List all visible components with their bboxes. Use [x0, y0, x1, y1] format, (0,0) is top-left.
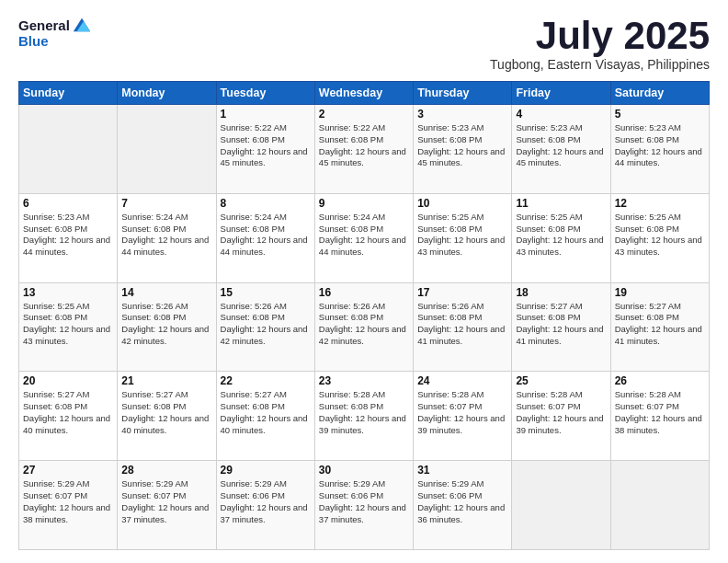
- day-number: 14: [121, 286, 211, 299]
- calendar-row: 1Sunrise: 5:22 AM Sunset: 6:08 PM Daylig…: [19, 105, 710, 194]
- day-info: Sunrise: 5:28 AM Sunset: 6:07 PM Dayligh…: [417, 389, 507, 436]
- day-number: 6: [23, 197, 113, 210]
- table-row: 6Sunrise: 5:23 AM Sunset: 6:08 PM Daylig…: [19, 193, 118, 282]
- day-number: 18: [516, 286, 606, 299]
- col-thursday: Thursday: [414, 82, 512, 105]
- day-number: 23: [319, 374, 409, 387]
- table-row: [118, 105, 216, 194]
- logo: General Blue: [18, 17, 92, 49]
- day-number: 9: [319, 197, 409, 210]
- page: General Blue July 2025 Tugbong, Eastern …: [0, 0, 728, 563]
- day-number: 5: [615, 108, 705, 121]
- calendar-header-row: Sunday Monday Tuesday Wednesday Thursday…: [19, 82, 710, 105]
- location: Tugbong, Eastern Visayas, Philippines: [490, 57, 710, 72]
- table-row: 22Sunrise: 5:27 AM Sunset: 6:08 PM Dayli…: [216, 372, 314, 461]
- table-row: 31Sunrise: 5:29 AM Sunset: 6:06 PM Dayli…: [414, 461, 512, 550]
- day-info: Sunrise: 5:24 AM Sunset: 6:08 PM Dayligh…: [319, 212, 409, 259]
- day-info: Sunrise: 5:28 AM Sunset: 6:07 PM Dayligh…: [615, 389, 705, 436]
- table-row: 10Sunrise: 5:25 AM Sunset: 6:08 PM Dayli…: [414, 193, 512, 282]
- day-number: 8: [221, 197, 311, 210]
- table-row: 18Sunrise: 5:27 AM Sunset: 6:08 PM Dayli…: [512, 282, 610, 372]
- day-number: 30: [319, 464, 409, 477]
- day-info: Sunrise: 5:27 AM Sunset: 6:08 PM Dayligh…: [516, 301, 606, 348]
- day-number: 21: [121, 374, 211, 387]
- day-info: Sunrise: 5:29 AM Sunset: 6:06 PM Dayligh…: [417, 478, 507, 525]
- table-row: 27Sunrise: 5:29 AM Sunset: 6:07 PM Dayli…: [19, 461, 118, 550]
- header: General Blue July 2025 Tugbong, Eastern …: [18, 17, 710, 72]
- day-number: 25: [516, 374, 606, 387]
- day-number: 11: [516, 197, 606, 210]
- table-row: 17Sunrise: 5:26 AM Sunset: 6:08 PM Dayli…: [414, 282, 512, 372]
- day-info: Sunrise: 5:25 AM Sunset: 6:08 PM Dayligh…: [516, 212, 606, 259]
- col-friday: Friday: [512, 82, 610, 105]
- day-number: 3: [417, 108, 507, 121]
- col-monday: Monday: [118, 82, 216, 105]
- table-row: 21Sunrise: 5:27 AM Sunset: 6:08 PM Dayli…: [118, 372, 216, 461]
- day-number: 17: [417, 286, 507, 299]
- day-info: Sunrise: 5:29 AM Sunset: 6:06 PM Dayligh…: [221, 478, 311, 525]
- table-row: [19, 105, 118, 194]
- day-info: Sunrise: 5:26 AM Sunset: 6:08 PM Dayligh…: [221, 301, 311, 348]
- table-row: 15Sunrise: 5:26 AM Sunset: 6:08 PM Dayli…: [216, 282, 314, 372]
- table-row: 23Sunrise: 5:28 AM Sunset: 6:08 PM Dayli…: [314, 372, 413, 461]
- table-row: 5Sunrise: 5:23 AM Sunset: 6:08 PM Daylig…: [610, 105, 709, 194]
- calendar-row: 20Sunrise: 5:27 AM Sunset: 6:08 PM Dayli…: [19, 372, 710, 461]
- table-row: [610, 461, 709, 550]
- day-info: Sunrise: 5:26 AM Sunset: 6:08 PM Dayligh…: [121, 301, 211, 348]
- day-number: 20: [23, 374, 113, 387]
- day-number: 12: [615, 197, 705, 210]
- table-row: 20Sunrise: 5:27 AM Sunset: 6:08 PM Dayli…: [19, 372, 118, 461]
- day-number: 1: [221, 108, 311, 121]
- table-row: 2Sunrise: 5:22 AM Sunset: 6:08 PM Daylig…: [314, 105, 413, 194]
- table-row: 28Sunrise: 5:29 AM Sunset: 6:07 PM Dayli…: [118, 461, 216, 550]
- day-info: Sunrise: 5:29 AM Sunset: 6:06 PM Dayligh…: [319, 478, 409, 525]
- table-row: 16Sunrise: 5:26 AM Sunset: 6:08 PM Dayli…: [314, 282, 413, 372]
- day-info: Sunrise: 5:22 AM Sunset: 6:08 PM Dayligh…: [221, 122, 311, 169]
- table-row: 24Sunrise: 5:28 AM Sunset: 6:07 PM Dayli…: [414, 372, 512, 461]
- day-info: Sunrise: 5:27 AM Sunset: 6:08 PM Dayligh…: [121, 389, 211, 436]
- day-info: Sunrise: 5:25 AM Sunset: 6:08 PM Dayligh…: [615, 212, 705, 259]
- day-number: 2: [319, 108, 409, 121]
- col-saturday: Saturday: [610, 82, 709, 105]
- day-number: 7: [121, 197, 211, 210]
- day-number: 26: [615, 374, 705, 387]
- day-info: Sunrise: 5:23 AM Sunset: 6:08 PM Dayligh…: [615, 122, 705, 169]
- table-row: 9Sunrise: 5:24 AM Sunset: 6:08 PM Daylig…: [314, 193, 413, 282]
- day-number: 13: [23, 286, 113, 299]
- day-info: Sunrise: 5:23 AM Sunset: 6:08 PM Dayligh…: [516, 122, 606, 169]
- table-row: 4Sunrise: 5:23 AM Sunset: 6:08 PM Daylig…: [512, 105, 610, 194]
- day-info: Sunrise: 5:26 AM Sunset: 6:08 PM Dayligh…: [417, 301, 507, 348]
- col-tuesday: Tuesday: [216, 82, 314, 105]
- table-row: [512, 461, 610, 550]
- day-number: 15: [221, 286, 311, 299]
- col-sunday: Sunday: [19, 82, 118, 105]
- logo-blue-text: Blue: [18, 33, 92, 49]
- day-info: Sunrise: 5:27 AM Sunset: 6:08 PM Dayligh…: [221, 389, 311, 436]
- table-row: 30Sunrise: 5:29 AM Sunset: 6:06 PM Dayli…: [314, 461, 413, 550]
- day-info: Sunrise: 5:28 AM Sunset: 6:08 PM Dayligh…: [319, 389, 409, 436]
- day-number: 10: [417, 197, 507, 210]
- calendar-row: 13Sunrise: 5:25 AM Sunset: 6:08 PM Dayli…: [19, 282, 710, 372]
- day-info: Sunrise: 5:23 AM Sunset: 6:08 PM Dayligh…: [417, 122, 507, 169]
- day-info: Sunrise: 5:29 AM Sunset: 6:07 PM Dayligh…: [121, 478, 211, 525]
- table-row: 8Sunrise: 5:24 AM Sunset: 6:08 PM Daylig…: [216, 193, 314, 282]
- day-number: 24: [417, 374, 507, 387]
- day-number: 19: [615, 286, 705, 299]
- table-row: 3Sunrise: 5:23 AM Sunset: 6:08 PM Daylig…: [414, 105, 512, 194]
- calendar-row: 27Sunrise: 5:29 AM Sunset: 6:07 PM Dayli…: [19, 461, 710, 550]
- day-number: 4: [516, 108, 606, 121]
- day-number: 28: [121, 464, 211, 477]
- table-row: 7Sunrise: 5:24 AM Sunset: 6:08 PM Daylig…: [118, 193, 216, 282]
- day-info: Sunrise: 5:27 AM Sunset: 6:08 PM Dayligh…: [23, 389, 113, 436]
- table-row: 29Sunrise: 5:29 AM Sunset: 6:06 PM Dayli…: [216, 461, 314, 550]
- table-row: 13Sunrise: 5:25 AM Sunset: 6:08 PM Dayli…: [19, 282, 118, 372]
- day-info: Sunrise: 5:26 AM Sunset: 6:08 PM Dayligh…: [319, 301, 409, 348]
- col-wednesday: Wednesday: [314, 82, 413, 105]
- day-info: Sunrise: 5:25 AM Sunset: 6:08 PM Dayligh…: [417, 212, 507, 259]
- table-row: 12Sunrise: 5:25 AM Sunset: 6:08 PM Dayli…: [610, 193, 709, 282]
- day-info: Sunrise: 5:22 AM Sunset: 6:08 PM Dayligh…: [319, 122, 409, 169]
- day-number: 29: [221, 464, 311, 477]
- day-number: 31: [417, 464, 507, 477]
- logo-icon: [72, 15, 92, 35]
- day-number: 27: [23, 464, 113, 477]
